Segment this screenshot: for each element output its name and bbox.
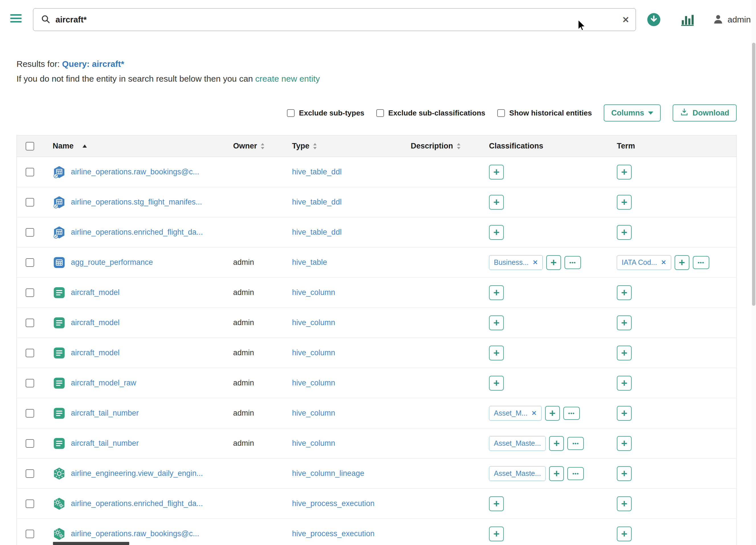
entity-type-link[interactable]: hive_column_lineage xyxy=(292,469,364,478)
term-add-button[interactable]: + xyxy=(617,526,632,541)
classification-add-button[interactable]: + xyxy=(489,225,504,240)
term-more-button[interactable]: ••• xyxy=(693,256,709,269)
row-checkbox[interactable] xyxy=(26,409,34,417)
exclude-subtypes-checkbox[interactable] xyxy=(287,109,295,117)
user-menu[interactable]: admin xyxy=(712,13,751,26)
column-header-description[interactable]: Description xyxy=(399,135,481,157)
entity-type-link[interactable]: hive_table xyxy=(292,258,327,267)
entity-type-link[interactable]: hive_process_execution xyxy=(292,499,375,508)
remove-term-icon[interactable]: ✕ xyxy=(661,259,666,266)
row-checkbox[interactable] xyxy=(26,379,34,387)
classification-more-button[interactable]: ••• xyxy=(567,467,584,480)
owner-value: admin xyxy=(233,258,254,267)
term-add-button[interactable]: + xyxy=(617,496,632,511)
term-chip[interactable]: IATA Cod...✕ xyxy=(617,255,671,270)
entity-name-link[interactable]: aircraft_tail_number xyxy=(71,409,139,417)
term-add-button[interactable]: + xyxy=(617,376,632,390)
row-checkbox[interactable] xyxy=(26,469,34,478)
term-add-button[interactable]: + xyxy=(617,195,632,210)
row-checkbox[interactable] xyxy=(26,318,34,327)
row-checkbox[interactable] xyxy=(26,198,34,207)
row-checkbox[interactable] xyxy=(26,288,34,297)
term-add-button[interactable]: + xyxy=(617,225,632,240)
entity-type-link[interactable]: hive_column xyxy=(292,288,335,297)
row-checkbox[interactable] xyxy=(26,228,34,237)
owner-value: admin xyxy=(233,378,254,387)
remove-classification-icon[interactable]: ✕ xyxy=(531,410,537,417)
row-checkbox[interactable] xyxy=(26,530,34,538)
classification-add-button[interactable]: + xyxy=(489,285,504,300)
entity-name-link[interactable]: aircraft_model_raw xyxy=(71,378,136,387)
entity-type-link[interactable]: hive_table_ddl xyxy=(292,198,342,207)
columns-button[interactable]: Columns xyxy=(604,104,661,122)
classification-chip[interactable]: Asset_Maste... xyxy=(489,466,546,481)
entity-name-link[interactable]: airline_operations.enriched_flight_da... xyxy=(71,499,203,508)
column-header-type[interactable]: Type xyxy=(285,135,399,157)
classification-add-button[interactable]: + xyxy=(549,466,564,481)
entity-type-link[interactable]: hive_table_ddl xyxy=(292,228,342,237)
classification-more-button[interactable]: ••• xyxy=(563,407,580,420)
classification-add-button[interactable]: + xyxy=(546,255,561,270)
remove-classification-icon[interactable]: ✕ xyxy=(533,259,538,266)
term-add-button[interactable]: + xyxy=(617,345,632,360)
select-all-checkbox[interactable] xyxy=(26,142,34,151)
column-header-name[interactable]: Name xyxy=(43,135,225,157)
classification-add-button[interactable]: + xyxy=(489,526,504,541)
search-input[interactable] xyxy=(56,15,636,24)
classification-more-button[interactable]: ••• xyxy=(564,256,581,269)
owner-cell: admin xyxy=(225,428,285,458)
download-button[interactable]: Download xyxy=(673,104,737,122)
classification-chip[interactable]: Business...✕ xyxy=(489,255,543,270)
row-checkbox[interactable] xyxy=(26,258,34,267)
entity-name-link[interactable]: airline_engineering.view_daily_engin... xyxy=(71,469,203,478)
classification-add-button[interactable]: + xyxy=(489,315,504,330)
classification-add-button[interactable]: + xyxy=(489,195,504,210)
entity-name-link[interactable]: airline_operations.raw_bookings@c... xyxy=(71,529,199,538)
term-add-button[interactable]: + xyxy=(617,315,632,330)
exclude-subclassifications-checkbox[interactable] xyxy=(376,109,384,117)
column-header-owner[interactable]: Owner xyxy=(225,135,285,157)
create-new-entity-link[interactable]: create new entity xyxy=(255,74,320,83)
entity-name-link[interactable]: agg_route_performance xyxy=(71,258,153,267)
classification-more-button[interactable]: ••• xyxy=(567,437,584,450)
show-historical-label: Show historical entities xyxy=(509,109,592,118)
entity-name-link[interactable]: airline_operations.raw_bookings@c... xyxy=(71,168,199,176)
entity-name-link[interactable]: aircraft_model xyxy=(71,288,120,297)
term-add-button[interactable]: + xyxy=(617,436,632,451)
entity-name-link[interactable]: aircraft_tail_number xyxy=(71,439,139,448)
clear-search-icon[interactable]: ✕ xyxy=(622,15,629,25)
entity-type-link[interactable]: hive_column xyxy=(292,409,335,417)
row-checkbox[interactable] xyxy=(26,349,34,357)
classification-chip[interactable]: Asset_Maste... xyxy=(489,436,546,451)
menu-hamburger-icon[interactable] xyxy=(10,14,22,24)
entity-type-link[interactable]: hive_column xyxy=(292,318,335,327)
scrollbar-thumb[interactable] xyxy=(752,43,755,306)
classification-add-button[interactable]: + xyxy=(489,165,504,180)
entity-name-link[interactable]: aircraft_model xyxy=(71,348,120,357)
term-add-button[interactable]: + xyxy=(617,406,632,421)
entity-type-link[interactable]: hive_process_execution xyxy=(292,529,375,538)
row-checkbox[interactable] xyxy=(26,168,34,176)
term-add-button[interactable]: + xyxy=(617,285,632,300)
entity-type-link[interactable]: hive_column xyxy=(292,348,335,357)
term-add-button[interactable]: + xyxy=(617,466,632,481)
classification-chip[interactable]: Asset_M...✕ xyxy=(489,406,542,421)
entity-name-link[interactable]: airline_operations.enriched_flight_da... xyxy=(71,228,203,237)
classification-add-button[interactable]: + xyxy=(489,345,504,360)
entity-name-link[interactable]: aircraft_model xyxy=(71,318,120,327)
classification-add-button[interactable]: + xyxy=(545,406,560,421)
term-add-button[interactable]: + xyxy=(675,255,689,270)
show-historical-checkbox[interactable] xyxy=(497,109,505,117)
entity-name-link[interactable]: airline_operations.stg_flight_manifes... xyxy=(71,198,202,207)
statistics-chart-icon[interactable] xyxy=(680,13,695,27)
entity-type-link[interactable]: hive_column xyxy=(292,439,335,448)
classification-add-button[interactable]: + xyxy=(549,436,564,451)
row-checkbox[interactable] xyxy=(26,499,34,508)
global-download-icon[interactable] xyxy=(647,13,661,27)
row-checkbox[interactable] xyxy=(26,439,34,448)
classification-add-button[interactable]: + xyxy=(489,376,504,390)
entity-type-link[interactable]: hive_column xyxy=(292,378,335,387)
term-add-button[interactable]: + xyxy=(617,165,632,180)
classification-add-button[interactable]: + xyxy=(489,496,504,511)
entity-type-link[interactable]: hive_table_ddl xyxy=(292,168,342,176)
